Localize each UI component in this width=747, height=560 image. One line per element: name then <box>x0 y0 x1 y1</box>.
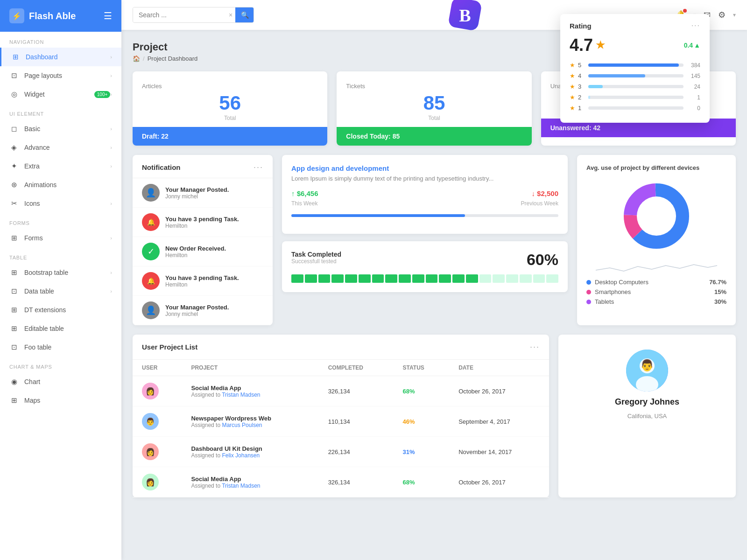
notification-more-button[interactable]: ··· <box>254 162 263 172</box>
foo-table-icon: ⊡ <box>9 343 19 352</box>
rating-bar-inner <box>588 96 590 99</box>
sidebar-item-foo-table[interactable]: ⊡ Foo table <box>0 338 121 357</box>
sidebar-item-editable-table[interactable]: ⊞ Editable table <box>0 319 121 338</box>
task-seg <box>385 274 397 283</box>
assigned-link[interactable]: Marcus Poulsen <box>222 422 262 428</box>
sidebar-item-icons[interactable]: ✂ Icons › <box>0 194 121 213</box>
project-name: Dashboard UI Kit Design <box>191 445 309 452</box>
assigned-link[interactable]: Tristan Madsen <box>222 392 260 398</box>
search-input[interactable] <box>133 7 226 22</box>
notif-text: New Order Received. Hemilton <box>165 245 226 259</box>
sidebar-item-chart[interactable]: ◉ Chart <box>0 372 121 391</box>
completed-value: 326,134 <box>319 467 394 497</box>
project-name: Social Media App <box>191 385 309 392</box>
app-design-card: App design and development Lorem Ipsum i… <box>282 155 568 234</box>
col-project: PROJECT <box>182 360 318 376</box>
app-design-labels: This Week Previous Week <box>291 200 558 207</box>
notif-sub: Hemilton <box>165 223 239 229</box>
rating-count: 0 <box>687 105 700 112</box>
arrow-icon: › <box>110 145 112 150</box>
chart-icon: ◉ <box>9 377 19 386</box>
notif-title: You have 3 pending Task. <box>165 274 239 281</box>
rating-star: ★ <box>596 39 605 51</box>
search-button[interactable]: 🔍 <box>235 7 254 22</box>
arrow-icon: › <box>110 288 112 294</box>
rating-count: 145 <box>687 73 700 79</box>
sidebar-item-label: Editable table <box>24 325 112 332</box>
breadcrumb-home[interactable]: 🏠 <box>133 55 140 62</box>
assigned-link[interactable]: Felix Johansen <box>222 452 260 459</box>
table-row: 👩 Social Media App Assigned to Tristan M… <box>133 467 549 497</box>
rating-count: 24 <box>687 84 700 90</box>
assigned-link[interactable]: Tristan Madsen <box>222 483 260 489</box>
notification-title: Notification <box>142 163 181 171</box>
task-seg <box>426 274 438 283</box>
sidebar-item-label: DT extensions <box>24 306 112 314</box>
app-design-title: App design and development <box>291 164 558 172</box>
chart-section-label: Chart & Maps <box>0 357 121 372</box>
star-icon: ★ <box>570 72 574 79</box>
rating-more-button[interactable]: ··· <box>691 21 700 30</box>
notif-sub: Jonny michel <box>165 193 229 200</box>
this-week-value: ↑ $6,456 <box>291 189 318 197</box>
task-seg <box>452 274 465 283</box>
progress-bar <box>291 214 558 217</box>
sidebar-item-forms[interactable]: ⊞ Forms › <box>0 229 121 247</box>
sidebar-item-basic[interactable]: ◻ Basic › <box>0 119 121 138</box>
rating-row-4: ★ 4 145 <box>570 72 700 79</box>
sidebar-item-data-table[interactable]: ⊡ Data table › <box>0 282 121 301</box>
avatar: 👩 <box>142 383 159 399</box>
basic-icon: ◻ <box>9 124 19 133</box>
col-status: STATUS <box>394 360 450 376</box>
notif-avatar: 🔔 <box>142 272 160 290</box>
sidebar-item-label: Dashboard <box>26 53 110 61</box>
animations-icon: ⊛ <box>9 180 19 189</box>
settings-icon[interactable]: ⚙ <box>718 10 726 20</box>
settings-chevron-icon[interactable]: ▾ <box>733 12 736 18</box>
date-value: September 4, 2017 <box>449 406 549 437</box>
tickets-label: Tickets <box>346 83 522 90</box>
project-list-more[interactable]: ··· <box>530 342 540 352</box>
notif-title: Your Manager Posted. <box>165 304 229 311</box>
sidebar-item-page-layouts[interactable]: ⊡ Page layouts › <box>0 66 121 85</box>
completed-value: 326,134 <box>319 376 394 406</box>
logo-text: Flash Able <box>29 11 76 21</box>
dashboard-icon: ⊞ <box>11 52 20 62</box>
task-seg <box>305 274 317 283</box>
notif-title: New Order Received. <box>165 245 226 252</box>
rating-bar-inner <box>588 63 679 67</box>
notif-sub: Jonny michel <box>165 311 229 317</box>
star-icon: ★ <box>570 62 574 69</box>
rating-row-5: ★ 5 384 <box>570 62 700 69</box>
extra-icon: ✦ <box>9 161 19 171</box>
sidebar-item-widget[interactable]: ◎ Widget 100+ › <box>0 85 121 104</box>
rating-count: 384 <box>687 62 700 69</box>
page-layouts-icon: ⊡ <box>9 71 19 80</box>
task-seg <box>506 274 518 283</box>
tickets-stat-card: Tickets 85 Total Closed Today: 85 <box>337 71 531 146</box>
ui-section-label: UI Element <box>0 104 121 119</box>
rating-value: 4.7 <box>570 35 593 55</box>
search-clear-button[interactable]: × <box>226 11 235 19</box>
sidebar-item-advance[interactable]: ◈ Advance › <box>0 138 121 157</box>
sidebar-item-dashboard[interactable]: ⊞ Dashboard › <box>0 48 121 66</box>
task-seg <box>359 274 371 283</box>
sidebar-item-bootstrap-table[interactable]: ⊞ Bootstrap table › <box>0 263 121 282</box>
legend-value: 30% <box>714 298 726 305</box>
sidebar-item-extra[interactable]: ✦ Extra › <box>0 157 121 175</box>
task-sub: Successfull tested <box>291 258 341 265</box>
sidebar-item-dt-extensions[interactable]: ⊞ DT extensions <box>0 301 121 319</box>
notif-avatar: 🔔 <box>142 213 160 231</box>
hamburger-button[interactable]: ☰ <box>104 10 112 21</box>
donut-legend: Desktop Computers 76.7% Smartphones 15% <box>586 279 726 305</box>
sidebar-item-maps[interactable]: ⊞ Maps <box>0 391 121 410</box>
rating-title: Rating <box>570 22 592 30</box>
avatar: 👨 <box>142 413 159 430</box>
wave-decoration <box>590 261 723 275</box>
project-list-header: User Project List ··· <box>133 335 549 360</box>
rating-bar-inner <box>588 74 645 77</box>
legend-value: 76.7% <box>709 279 726 286</box>
completed-value: 110,134 <box>319 406 394 437</box>
sidebar-item-animations[interactable]: ⊛ Animations <box>0 175 121 194</box>
star-label: 3 <box>578 83 585 90</box>
